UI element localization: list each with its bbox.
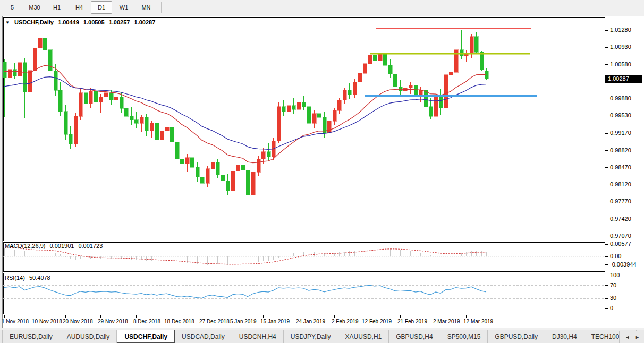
chart-tab-sp500-m15[interactable]: SP500,M15 <box>440 330 488 343</box>
price-axis-label: 1.00930 <box>610 44 631 50</box>
candle-body <box>434 97 438 116</box>
date-label: 15 Jan 2019 <box>260 319 290 324</box>
date-label: 27 Dec 2018 <box>199 319 230 324</box>
candle-body <box>33 48 37 70</box>
chart-tab-xauusd-h1[interactable]: XAUUSD,H1 <box>338 330 389 343</box>
rsi-value: 50.4078 <box>29 275 50 281</box>
price-axis-label: 1.01280 <box>610 27 631 33</box>
date-label: 29 Nov 2018 <box>98 319 128 324</box>
candle-body <box>287 106 291 112</box>
macd-label: MACD(12,26,9) 0.001901 0.001723 <box>5 243 103 249</box>
macd-signal-value: 0.001723 <box>78 243 103 249</box>
chart-canvas[interactable] <box>0 0 644 343</box>
candle-body <box>160 131 164 140</box>
candle-body <box>439 97 443 107</box>
candle-body <box>373 55 377 61</box>
candle-body <box>109 93 113 100</box>
date-label: 10 Nov 2018 <box>32 319 62 324</box>
candle-body <box>368 55 372 64</box>
chart-tab-eurusd-daily[interactable]: EURUSD,Daily <box>2 330 60 343</box>
candle-body <box>165 127 169 131</box>
candle-body <box>246 170 250 195</box>
date-label: 5 Jan 2019 <box>230 319 257 324</box>
candle-body <box>474 37 478 52</box>
candle-body <box>196 167 199 177</box>
chart-tab-audusd-daily[interactable]: AUDUSD,Daily <box>60 330 117 343</box>
candle-body <box>282 107 285 112</box>
macd-name: MACD(12,26,9) <box>5 243 45 249</box>
chart-tab-usdcnh-h4[interactable]: USDCNH,H4 <box>232 330 284 343</box>
candle-body <box>54 71 57 90</box>
chart-tab-gbpusd-daily[interactable]: GBPUSD,Daily <box>488 330 545 343</box>
chart-tab-bar: EURUSD,DailyAUDUSD,DailyUSDCHF,DailyUSDC… <box>0 330 644 343</box>
candle-body <box>79 93 82 116</box>
price-axis-label: 0.99530 <box>610 112 631 118</box>
price-axis-label: 0.98820 <box>610 147 631 153</box>
candle-body <box>480 52 484 69</box>
price-axis-label: 0.98120 <box>610 181 631 187</box>
candle-body <box>150 123 154 131</box>
candle-body <box>297 102 301 109</box>
chart-dropdown-arrow-icon[interactable]: ▼ <box>5 20 10 25</box>
candle-body <box>104 93 108 97</box>
rsi-label: RSI(14) 50.4078 <box>5 275 50 281</box>
chart-tab-usdjpy-daily[interactable]: USDJPY,Daily <box>284 330 338 343</box>
price-pane[interactable] <box>3 17 605 241</box>
chart-tab-dj30-h4[interactable]: DJ30,H4 <box>545 330 584 343</box>
candle-body <box>358 73 362 82</box>
rsi-axis-label: 30 <box>610 295 616 301</box>
candle-body <box>211 162 215 169</box>
candle-body <box>130 116 133 119</box>
candle-body <box>333 110 336 121</box>
candle-body <box>414 85 418 96</box>
candle-body <box>58 90 62 112</box>
candle-body <box>145 117 148 131</box>
ohlc-close: 1.00287 <box>134 19 156 25</box>
date-label: 18 Dec 2018 <box>164 319 194 324</box>
candle-body <box>236 165 240 171</box>
candle-body <box>99 97 103 101</box>
candle-body <box>343 90 346 100</box>
date-label: 20 Nov 2018 <box>63 319 93 324</box>
ohlc-high: 1.00505 <box>83 19 105 25</box>
date-label: 1 Nov 2018 <box>2 319 29 324</box>
rsi-pane[interactable] <box>3 273 605 314</box>
candle-body <box>267 152 270 157</box>
candle-body <box>470 37 473 54</box>
mt4-window: 5M30H1H4D1W1MN ▼ USDCHF,Daily 1.00449 1.… <box>0 0 644 343</box>
candle-body <box>155 123 159 139</box>
candle-body <box>23 63 27 92</box>
chart-title: ▼ USDCHF,Daily 1.00449 1.00505 1.00257 1… <box>5 19 155 25</box>
candle-body <box>185 158 189 164</box>
candle-body <box>353 82 357 95</box>
candle-body <box>302 102 306 106</box>
candle-body <box>348 90 351 95</box>
candle-body <box>170 127 174 142</box>
candle-body <box>292 106 295 109</box>
candle-body <box>221 175 225 181</box>
ohlc-open: 1.00449 <box>58 19 79 25</box>
candle-body <box>8 70 12 78</box>
candle-body <box>3 62 6 78</box>
candle-body <box>241 165 245 170</box>
candle-body <box>69 134 72 144</box>
candle-body <box>388 65 392 74</box>
candle-body <box>337 100 341 110</box>
date-label: 8 Dec 2018 <box>133 319 160 324</box>
chart-tab-usdchf-daily[interactable]: USDCHF,Daily <box>117 330 175 343</box>
date-label: 2 Feb 2019 <box>332 319 359 324</box>
rsi-axis-label: 70 <box>610 282 616 288</box>
tab-scroll-left-icon[interactable]: ◄ <box>625 335 630 340</box>
tab-scroll-controls: ◄ ► <box>619 331 644 343</box>
rsi-axis-label: 0 <box>610 305 613 311</box>
candle-body <box>180 159 184 164</box>
rsi-name: RSI(14) <box>5 275 25 281</box>
date-label: 2 Mar 2019 <box>433 319 460 324</box>
tab-scroll-right-icon[interactable]: ► <box>635 335 640 340</box>
candle-body <box>74 116 78 144</box>
candle-body <box>18 63 22 76</box>
candle-body <box>257 159 260 172</box>
candle-body <box>216 162 219 175</box>
chart-tab-usdcad-daily[interactable]: USDCAD,Daily <box>175 330 232 343</box>
chart-tab-gbpusd-h4[interactable]: GBPUSD,H4 <box>389 330 440 343</box>
